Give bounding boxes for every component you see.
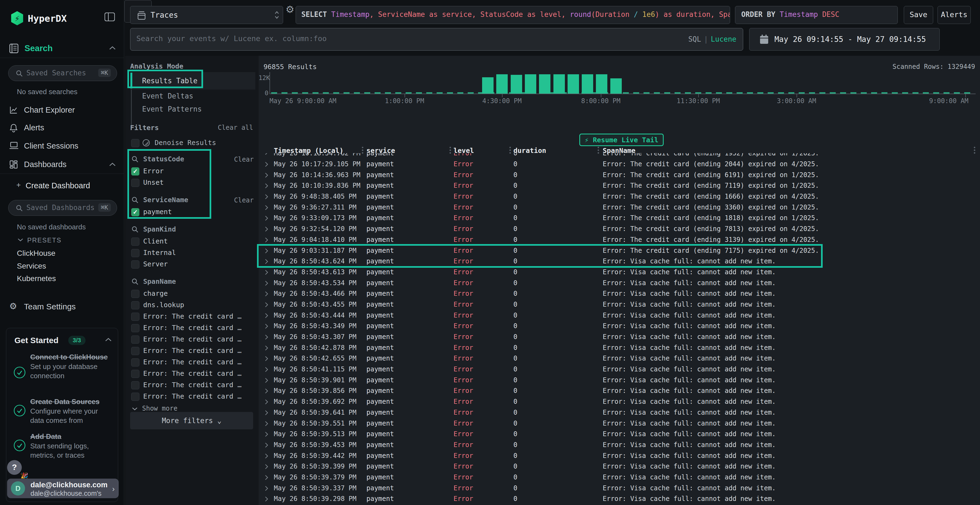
filter-option[interactable]: Internal xyxy=(125,247,259,259)
alerts-button[interactable]: Alerts xyxy=(937,6,971,24)
sql-query-editor[interactable]: SELECT Timestamp, ServiceName as service… xyxy=(296,6,730,24)
expand-row-icon[interactable] xyxy=(265,485,269,491)
table-row[interactable]: May 26 9:48:38.405 PMpaymentError0Error:… xyxy=(259,191,980,202)
sidebar-item-alerts[interactable]: Alerts xyxy=(0,121,124,135)
expand-row-icon[interactable] xyxy=(265,280,269,286)
saved-searches-input[interactable] xyxy=(26,69,94,77)
checkbox[interactable] xyxy=(131,324,139,332)
checkbox[interactable] xyxy=(131,260,139,268)
table-row[interactable]: May 26 9:36:27.311 PMpaymentError0Error:… xyxy=(259,202,980,213)
table-row[interactable]: May 26 8:50:41.115 PMpaymentError0Error:… xyxy=(259,364,980,375)
histogram-bar[interactable] xyxy=(610,78,622,94)
denoise-filter[interactable]: Denoise Results xyxy=(125,137,253,149)
filter-option[interactable]: Error: The credit card … xyxy=(125,345,259,357)
table-row[interactable]: May 26 8:50:39.337 PMpaymentError0Error:… xyxy=(259,483,980,494)
table-row[interactable]: May 26 9:03:31.187 PMpaymentError0Error:… xyxy=(259,245,980,256)
histogram-bar[interactable] xyxy=(496,74,508,94)
expand-row-icon[interactable] xyxy=(265,356,269,362)
checkbox[interactable] xyxy=(131,290,139,298)
table-row[interactable]: May 26 8:50:42.878 PMpaymentError0Error:… xyxy=(259,342,980,353)
resume-live-tail-button[interactable]: ⚡ Resume Live Tail xyxy=(579,133,664,146)
analysis-mode-results-table[interactable]: Results Table xyxy=(130,72,255,89)
table-row[interactable]: May 26 8:50:43.444 PMpaymentError0Error:… xyxy=(259,310,980,321)
table-row[interactable]: May 26 8:50:42.655 PMpaymentError0Error:… xyxy=(259,353,980,364)
sidebar-item-clickhouse[interactable]: ClickHouse xyxy=(17,249,56,258)
expand-row-icon[interactable] xyxy=(265,269,269,275)
table-row[interactable]: May 26 8:50:39.692 PMpaymentError0Error:… xyxy=(259,396,980,407)
table-row[interactable]: May 26 8:50:39.379 PMpaymentError0Error:… xyxy=(259,472,980,483)
lucene-toggle[interactable]: Lucene xyxy=(711,35,737,43)
expand-row-icon[interactable] xyxy=(265,205,269,211)
histogram-bar[interactable] xyxy=(482,77,493,94)
sidebar-item-dashboards[interactable]: Dashboards xyxy=(0,157,124,172)
more-filters-button[interactable]: More filters ⌄ xyxy=(130,412,253,429)
saved-dashboards-search[interactable]: ⌘K xyxy=(8,200,117,216)
expand-row-icon[interactable] xyxy=(265,313,269,319)
expand-row-icon[interactable] xyxy=(265,453,269,459)
presets-toggle[interactable]: PRESETS xyxy=(18,237,62,244)
filter-option[interactable]: Client xyxy=(125,236,259,247)
expand-row-icon[interactable] xyxy=(265,237,269,243)
sidebar-item-search[interactable]: Search xyxy=(0,43,124,54)
search-icon[interactable] xyxy=(131,196,139,204)
expand-row-icon[interactable] xyxy=(265,410,269,416)
filter-option[interactable]: Error: The credit card … xyxy=(125,311,259,322)
filter-option[interactable]: dns.lookup xyxy=(125,300,259,311)
language-toggle[interactable]: SQL|Lucene xyxy=(688,35,737,43)
results-histogram[interactable]: 12K 0 xyxy=(259,72,980,94)
filter-option[interactable]: Error: The credit card … xyxy=(125,357,259,368)
expand-row-icon[interactable] xyxy=(265,345,269,351)
filter-option[interactable]: ✓payment xyxy=(125,206,259,218)
order-by-editor[interactable]: ORDER BY Timestamp DESC xyxy=(735,6,898,24)
checkbox[interactable] xyxy=(131,392,139,401)
saved-dashboards-input[interactable] xyxy=(26,203,94,212)
expand-row-icon[interactable] xyxy=(265,153,269,156)
sidebar-item-client-sessions[interactable]: Client Sessions xyxy=(0,139,124,153)
expand-row-icon[interactable] xyxy=(265,334,269,340)
histogram-bar[interactable] xyxy=(568,74,579,94)
table-row[interactable]: May 26 8:50:39.453 PMpaymentError0Error:… xyxy=(259,440,980,450)
checkbox[interactable] xyxy=(131,313,139,321)
table-row[interactable]: May 26 8:50:43.349 PMpaymentError0Error:… xyxy=(259,321,980,332)
filter-option[interactable]: Error: The credit card … xyxy=(125,334,259,345)
sidebar-item-services[interactable]: Services xyxy=(17,262,46,270)
sql-toggle[interactable]: SQL xyxy=(688,35,701,43)
histogram-bar[interactable] xyxy=(596,74,607,94)
checkbox[interactable] xyxy=(131,381,139,389)
date-range-picker[interactable]: May 26 09:14:55 - May 27 09:14:55 xyxy=(749,28,940,51)
clear-filter-link[interactable]: Clear xyxy=(234,197,254,204)
expand-row-icon[interactable] xyxy=(265,496,269,502)
expand-row-icon[interactable] xyxy=(265,475,269,481)
filter-option[interactable]: Unset xyxy=(125,177,259,189)
sidebar-item-kubernetes[interactable]: Kubernetes xyxy=(17,274,56,283)
filter-option[interactable]: Error: The credit card … xyxy=(125,380,259,391)
clear-filter-link[interactable]: Clear xyxy=(234,156,254,163)
table-row[interactable]: May 26 8:50:39.513 PMpaymentError0Error:… xyxy=(259,429,980,440)
event-search-box[interactable]: SQL|Lucene xyxy=(130,28,743,51)
expand-row-icon[interactable] xyxy=(265,226,269,232)
table-row[interactable]: May 26 10:14:36.963 PMpaymentError0Error… xyxy=(259,170,980,180)
help-button[interactable]: ? xyxy=(7,460,22,475)
chevron-up-icon[interactable] xyxy=(109,46,116,50)
filter-option[interactable]: Error: The credit card … xyxy=(125,391,259,402)
table-row[interactable]: May 26 8:50:39.641 PMpaymentError0Error:… xyxy=(259,407,980,418)
table-row[interactable]: May 26 8:50:43.455 PMpaymentError0Error:… xyxy=(259,299,980,310)
sidebar-item-team-settings[interactable]: ⚙ Team Settings xyxy=(0,299,124,313)
checkbox[interactable] xyxy=(131,347,139,355)
table-row[interactable]: May 26 8:50:43.307 PMpaymentError0Error:… xyxy=(259,332,980,342)
table-row[interactable]: May 26 8:50:43.534 PMpaymentError0Error:… xyxy=(259,278,980,288)
table-row[interactable]: May 26 10:17:29.105 PMpaymentError0Error… xyxy=(259,159,980,170)
histogram-bar[interactable] xyxy=(554,74,565,94)
expand-row-icon[interactable] xyxy=(265,399,269,405)
table-row[interactable]: May 26 8:50:39.298 PMpaymentError0Error:… xyxy=(259,493,980,504)
filter-option[interactable]: Server xyxy=(125,259,259,270)
gear-icon[interactable]: ⚙ xyxy=(286,4,294,15)
collapse-sidebar-icon[interactable] xyxy=(105,13,115,21)
search-input[interactable] xyxy=(136,34,654,43)
expand-row-icon[interactable] xyxy=(265,248,269,254)
search-icon[interactable] xyxy=(131,278,139,286)
expand-row-icon[interactable] xyxy=(265,388,269,394)
user-menu[interactable]: D dale@clickhouse.com dale@clickhouse.co… xyxy=(7,479,119,498)
histogram-bar[interactable] xyxy=(525,74,536,94)
table-row[interactable]: May 26 9:32:54.120 PMpaymentError0Error:… xyxy=(259,223,980,234)
